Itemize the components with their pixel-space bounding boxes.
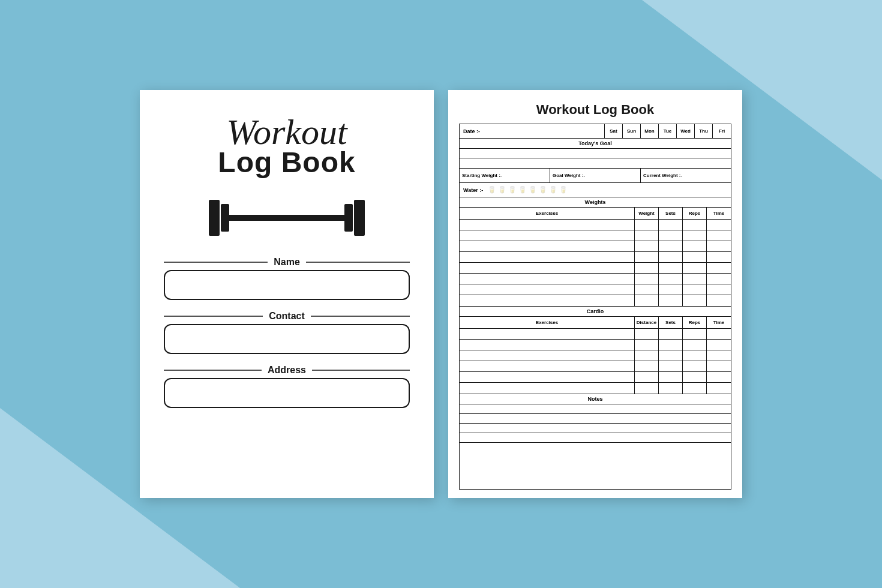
name-label: Name bbox=[274, 257, 300, 268]
cardio-header: Cardio bbox=[460, 307, 731, 317]
cup-6: 🥛 bbox=[539, 186, 547, 194]
cardio-col-time: Time bbox=[707, 317, 731, 328]
day-sun: Sun bbox=[623, 124, 641, 138]
day-mon: Mon bbox=[641, 124, 659, 138]
date-row: Date :- Sat Sun Mon Tue Wed Thu Fri bbox=[460, 124, 731, 139]
cup-5: 🥛 bbox=[529, 186, 537, 194]
table-row bbox=[460, 274, 731, 284]
day-sat: Sat bbox=[605, 124, 623, 138]
cover-title-bold: Log Book bbox=[218, 147, 355, 179]
starting-weight-cell: Starting Weight :- bbox=[460, 169, 550, 182]
day-fri: Fri bbox=[713, 124, 731, 138]
cup-3: 🥛 bbox=[508, 186, 517, 194]
table-row bbox=[460, 350, 731, 361]
field-line-left bbox=[164, 262, 268, 263]
table-row bbox=[460, 340, 731, 350]
pages-container: Workout Log Book Name bbox=[140, 90, 742, 498]
day-tue: Tue bbox=[659, 124, 677, 138]
table-row bbox=[460, 220, 731, 230]
svg-rect-0 bbox=[209, 200, 220, 236]
todays-goal-section: Today's Goal bbox=[460, 139, 731, 169]
weights-col-weight: Weight bbox=[635, 208, 659, 219]
contact-label: Contact bbox=[269, 311, 305, 322]
cardio-col-sets: Sets bbox=[659, 317, 683, 328]
goal-header: Today's Goal bbox=[460, 139, 731, 149]
table-row bbox=[460, 284, 731, 295]
weights-col-time: Time bbox=[707, 208, 731, 219]
weights-col-exercises: Exercises bbox=[460, 208, 635, 219]
address-field-group: Address bbox=[164, 365, 410, 408]
cover-title-script: Workout bbox=[226, 114, 347, 150]
notes-header: Notes bbox=[460, 394, 731, 404]
cardio-col-headers: Exercises Distance Sets Reps Time bbox=[460, 317, 731, 329]
weights-col-reps: Reps bbox=[683, 208, 707, 219]
cup-7: 🥛 bbox=[549, 186, 557, 194]
notes-line-1 bbox=[460, 404, 731, 414]
weight-info-row: Starting Weight :- Goal Weight :- Curren… bbox=[460, 169, 731, 183]
goal-weight-cell: Goal Weight :- bbox=[550, 169, 641, 182]
goal-line-1 bbox=[460, 149, 731, 158]
weights-section: Weights Exercises Weight Sets Reps Time bbox=[460, 197, 731, 307]
weights-header: Weights bbox=[460, 197, 731, 208]
cup-2: 🥛 bbox=[498, 186, 506, 194]
cardio-col-reps: Reps bbox=[683, 317, 707, 328]
field-line-right bbox=[306, 262, 410, 263]
table-row bbox=[460, 361, 731, 372]
svg-rect-3 bbox=[344, 204, 353, 232]
table-row bbox=[460, 295, 731, 306]
address-label: Address bbox=[268, 365, 306, 376]
cover-page: Workout Log Book Name bbox=[140, 90, 434, 498]
notes-line-2 bbox=[460, 414, 731, 424]
field-line-left bbox=[164, 316, 263, 317]
current-weight-cell: Current Weight :- bbox=[641, 169, 731, 182]
notes-line-5 bbox=[460, 443, 731, 452]
table-row bbox=[460, 241, 731, 252]
day-thu: Thu bbox=[695, 124, 713, 138]
date-label: Date :- bbox=[460, 124, 605, 138]
table-row bbox=[460, 372, 731, 383]
log-title: Workout Log Book bbox=[459, 102, 731, 118]
notes-line-4 bbox=[460, 433, 731, 443]
name-field-group: Name bbox=[164, 257, 410, 300]
barbell-icon bbox=[209, 197, 365, 239]
cardio-col-distance: Distance bbox=[635, 317, 659, 328]
weights-col-headers: Exercises Weight Sets Reps Time bbox=[460, 208, 731, 220]
log-page: Workout Log Book Date :- Sat Sun Mon Tue… bbox=[448, 90, 742, 498]
notes-line-3 bbox=[460, 424, 731, 433]
field-line-right bbox=[312, 370, 410, 371]
table-row bbox=[460, 329, 731, 340]
name-input-box[interactable] bbox=[164, 270, 410, 300]
cup-8: 🥛 bbox=[559, 186, 568, 194]
field-line-right bbox=[311, 316, 410, 317]
cup-1: 🥛 bbox=[488, 186, 496, 194]
cardio-section: Cardio Exercises Distance Sets Reps Time bbox=[460, 307, 731, 394]
fields-container: Name Contact Address bbox=[164, 257, 410, 408]
contact-field-group: Contact bbox=[164, 311, 410, 354]
table-row bbox=[460, 230, 731, 241]
svg-rect-4 bbox=[354, 200, 365, 236]
water-label: Water :- bbox=[463, 187, 483, 193]
goal-line-2 bbox=[460, 158, 731, 168]
cup-4: 🥛 bbox=[518, 186, 527, 194]
notes-section: Notes bbox=[460, 394, 731, 489]
svg-rect-1 bbox=[221, 204, 229, 232]
contact-input-box[interactable] bbox=[164, 324, 410, 354]
log-content: Date :- Sat Sun Mon Tue Wed Thu Fri Toda… bbox=[459, 124, 731, 490]
weights-col-sets: Sets bbox=[659, 208, 683, 219]
table-row bbox=[460, 252, 731, 263]
cardio-col-exercises: Exercises bbox=[460, 317, 635, 328]
field-line-left bbox=[164, 370, 262, 371]
water-row: Water :- 🥛 🥛 🥛 🥛 🥛 🥛 🥛 🥛 bbox=[460, 183, 731, 197]
address-input-box[interactable] bbox=[164, 378, 410, 408]
day-wed: Wed bbox=[677, 124, 695, 138]
water-cups: 🥛 🥛 🥛 🥛 🥛 🥛 🥛 🥛 bbox=[488, 186, 568, 194]
svg-rect-2 bbox=[229, 215, 344, 221]
table-row bbox=[460, 263, 731, 274]
table-row bbox=[460, 383, 731, 394]
